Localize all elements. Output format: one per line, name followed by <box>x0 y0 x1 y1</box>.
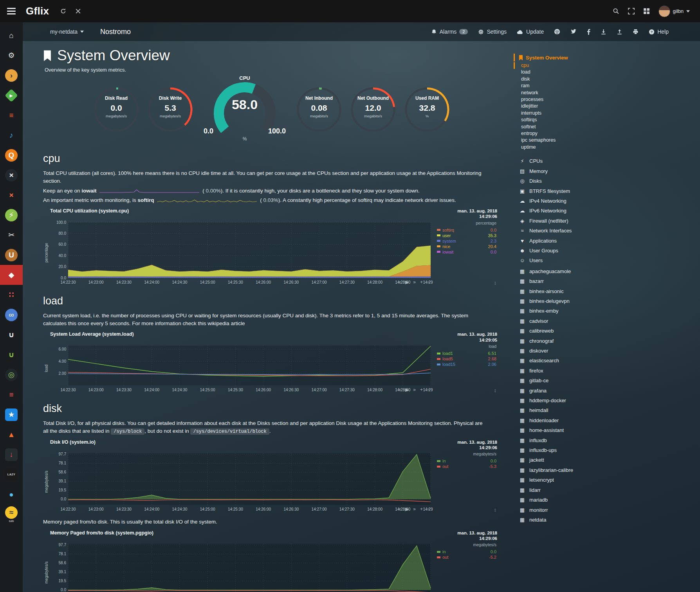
grid-icon[interactable] <box>643 8 650 14</box>
dots-app[interactable]: ∷ <box>0 285 23 305</box>
sabnzbd[interactable]: ≈ sab <box>0 504 23 524</box>
menu-app-item[interactable]: letsencrypt <box>519 475 632 485</box>
unraid[interactable]: ≡ <box>0 105 23 125</box>
legend-item[interactable]: load1 6.51 <box>437 351 496 356</box>
airsonic[interactable]: ♪ <box>0 125 23 145</box>
github-icon[interactable] <box>554 29 560 35</box>
search-icon[interactable] <box>613 8 619 14</box>
zoom-out-button[interactable]: − <box>427 507 430 511</box>
gauge-disk-write[interactable]: Disk Write5.3megabytes/s <box>143 84 197 143</box>
menu-app-item[interactable]: firefox <box>519 366 632 376</box>
gauge-used-ram[interactable]: Used RAM32.8% <box>400 84 454 143</box>
refresh-icon[interactable] <box>60 8 67 14</box>
home[interactable]: ⌂ <box>0 25 23 45</box>
zoom-out-button[interactable]: − <box>427 387 430 392</box>
menu-app-item[interactable]: grafana <box>519 386 632 396</box>
pan-right-button[interactable]: » <box>413 387 416 392</box>
bolt-app[interactable]: ⚡ <box>0 205 23 225</box>
upload-icon[interactable] <box>617 29 622 35</box>
menu-app-item[interactable]: influxdb <box>519 435 632 445</box>
close-icon[interactable] <box>75 8 81 14</box>
settings[interactable]: ⚙ <box>0 45 23 65</box>
legend-item[interactable]: load5 2.68 <box>437 356 496 362</box>
legend-resize-handle[interactable]: ↕ <box>437 387 496 393</box>
gauge-cpu[interactable]: CPU 58.0 0.0100.0 % <box>200 75 290 142</box>
u-app[interactable]: ∪ <box>0 325 23 345</box>
print-icon[interactable] <box>633 29 639 35</box>
menu-sub-item[interactable]: entropy <box>519 130 632 137</box>
menu-sub-item[interactable]: load <box>519 69 632 76</box>
emby[interactable]: ▶ <box>0 85 23 105</box>
menu-sub-item[interactable]: softnet <box>519 124 632 130</box>
menu-system-overview[interactable]: System Overview <box>514 54 632 61</box>
gauge-disk-read[interactable]: Disk Read0.0megabytes/s <box>89 84 143 143</box>
pan-right-button[interactable]: » <box>413 280 416 284</box>
ubooquity[interactable]: U <box>0 245 23 265</box>
legend-item[interactable]: system 2.3 <box>437 238 496 244</box>
menu-sub-item[interactable]: network <box>519 90 632 96</box>
menu-app-item[interactable]: lazylibrarian-calibre <box>519 465 632 475</box>
zoom-in-button[interactable]: + <box>420 387 423 392</box>
menu-section-item[interactable]: ≈ Network Interfaces <box>519 226 632 236</box>
user-menu[interactable]: gilbn <box>659 5 690 17</box>
menu-section-item[interactable]: ▣ BTRFS filesystem <box>519 186 632 196</box>
menu-app-item[interactable]: binhex-emby <box>519 306 632 316</box>
fullscreen-icon[interactable] <box>628 8 635 14</box>
menu-app-item[interactable]: gitlab-ce <box>519 376 632 385</box>
pan-left-button[interactable]: « <box>398 507 401 511</box>
pan-left-button[interactable]: « <box>398 387 401 392</box>
pan-left-button[interactable]: « <box>398 280 401 284</box>
jackett[interactable]: Q <box>0 145 23 165</box>
kodi[interactable]: × <box>0 165 23 185</box>
legend-item[interactable]: in 0.0 <box>437 458 496 464</box>
menu-app-item[interactable]: chronograf <box>519 336 632 346</box>
twitter-icon[interactable] <box>570 29 577 34</box>
menu-sub-item[interactable]: processes <box>519 96 632 103</box>
zoom-in-button[interactable]: + <box>420 280 423 284</box>
drop-app[interactable]: ● <box>0 484 23 504</box>
legend-resize-handle[interactable]: ↕ <box>437 507 496 513</box>
lazylibrarian[interactable]: LAZY <box>0 464 23 484</box>
menu-app-item[interactable]: binhex-delugevpn <box>519 296 632 306</box>
cpu-plot-area[interactable]: 0.020.040.060.080.0100.014:22:3014:23:00… <box>49 220 433 286</box>
menu-app-item[interactable]: mariadb <box>519 495 632 505</box>
menu-app-item[interactable]: bazarr <box>519 276 632 286</box>
gitlab[interactable]: ▲ <box>0 425 23 444</box>
legend-resize-handle[interactable]: ↕ <box>437 280 496 286</box>
menu-app-item[interactable]: cadvisor <box>519 316 632 326</box>
menu-app-item[interactable]: elasticsearch <box>519 356 632 365</box>
legend-item[interactable]: nice 20.4 <box>437 244 496 249</box>
menu-sub-item[interactable]: ipc semaphores <box>519 137 632 144</box>
zoom-in-button[interactable]: + <box>420 507 423 511</box>
menu-sub-item[interactable]: disk <box>519 76 632 83</box>
server-dropdown[interactable]: my-netdata <box>50 29 84 35</box>
menu-sub-item[interactable]: interrupts <box>519 110 632 117</box>
plex[interactable]: › <box>0 65 23 85</box>
menu-app-item[interactable]: binhex-airsonic <box>519 286 632 296</box>
menu-section-item[interactable]: ⚡ CPUs <box>519 156 632 166</box>
bars-app[interactable]: ≡ <box>0 385 23 405</box>
legend-item[interactable]: iowait 0.0 <box>437 249 496 255</box>
menu-app-item[interactable]: hddtemp-docker <box>519 396 632 405</box>
menu-sub-item[interactable]: cpu <box>514 62 632 69</box>
update-button[interactable]: Update <box>517 29 544 35</box>
star-app[interactable]: ★ <box>0 405 23 425</box>
cross-app[interactable]: × <box>0 185 23 205</box>
menu-app-item[interactable]: diskover <box>519 346 632 356</box>
play-button[interactable]: ▶ <box>405 280 409 284</box>
disk-plot-area[interactable]: 0.019.539.158.678.197.714:22:3014:23:001… <box>49 451 433 513</box>
menu-app-item[interactable]: influxdb-ups <box>519 445 632 455</box>
menu-section-item[interactable]: ☺ Users <box>519 256 632 265</box>
menu-app-item[interactable]: lidarr <box>519 485 632 495</box>
pan-right-button[interactable]: » <box>413 507 416 511</box>
legend-item[interactable]: user 35.3 <box>437 233 496 238</box>
menu-section-item[interactable]: ◎ Disks <box>519 176 632 186</box>
menu-app-item[interactable]: netdata <box>519 515 632 525</box>
menu-app-item[interactable]: apacheguacamole <box>519 266 632 276</box>
menu-app-item[interactable]: calibreweb <box>519 326 632 336</box>
untangle[interactable]: ∪ <box>0 345 23 365</box>
load-plot-area[interactable]: 2.004.006.0014:22:3014:23:0014:23:3014:2… <box>49 343 433 393</box>
gauge-net-outbound[interactable]: Net Outbound12.0megabits/s <box>346 84 400 143</box>
gauge-net-inbound[interactable]: Net Inbound0.08megabits/s <box>292 84 346 143</box>
menu-section-item[interactable]: ▤ Memory <box>519 166 632 176</box>
